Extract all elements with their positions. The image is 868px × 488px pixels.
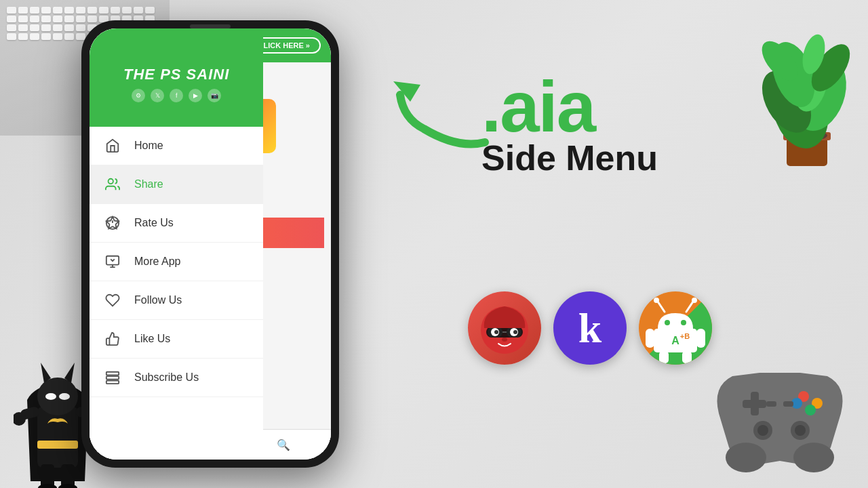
menu-label-follow: Follow Us [134,294,182,306]
plant-decoration [732,0,868,169]
aia-text: .aia [481,71,658,142]
menu-item-home[interactable]: Home [90,127,263,165]
svg-rect-48 [106,381,119,384]
brand-text: THE PS SAINI [123,66,229,83]
menu-item-like-us[interactable]: Like Us [90,320,263,359]
menu-label-rate: Rate Us [134,217,174,229]
phone-mockup: CLICK HERE » Stickers 🧃 🌮 🎭 🎪 SAINI.CO .… [81,20,339,468]
social-icon-settings[interactable]: ⚙ [132,89,145,102]
menu-items-list: Home Share [90,127,263,397]
menu-item-subscribe[interactable]: Subscribe Us [90,359,263,397]
k-letter: k [578,307,601,349]
svg-point-39 [795,425,806,436]
social-icon-instagram[interactable]: 📷 [208,89,221,102]
side-menu: THE PS SAINI ⚙ 𝕏 f ▶ 📷 [90,28,263,460]
logos-row: k A + [468,291,712,365]
menu-header: THE PS SAINI ⚙ 𝕏 f ▶ 📷 [90,28,263,127]
svg-text:+B: +B [680,332,690,340]
menu-item-follow-us[interactable]: Follow Us [90,281,263,320]
svg-point-40 [108,179,113,184]
svg-rect-70 [682,351,692,363]
svg-point-59 [502,338,507,342]
menu-label-share: Share [134,178,163,190]
aia-section: .aia Side Menu [481,71,658,178]
svg-text:A: A [671,335,679,346]
svg-point-38 [757,425,768,436]
svg-rect-29 [751,392,759,415]
follow-icon [103,291,122,310]
svg-point-63 [692,298,697,303]
social-icon-twitter[interactable]: 𝕏 [151,89,164,102]
android-svg: A +B [639,291,712,365]
social-icon-facebook[interactable]: f [170,89,183,102]
svg-point-16 [45,393,56,400]
svg-point-64 [665,320,670,325]
svg-point-27 [793,443,834,472]
svg-rect-11 [37,407,78,468]
phone-screen: CLICK HERE » Stickers 🧃 🌮 🎭 🎪 SAINI.CO .… [90,28,331,460]
like-icon [103,329,122,348]
brand-name: THE PS SAINI [123,66,229,83]
svg-point-26 [726,443,766,472]
mascot-svg [474,298,535,359]
svg-rect-68 [696,329,705,348]
kodular-logo: k [553,291,627,365]
mascot-logo [468,291,541,365]
menu-item-rate-us[interactable]: Rate Us [90,204,263,243]
social-icons-row: ⚙ 𝕏 f ▶ 📷 [132,89,221,102]
svg-point-32 [805,405,816,415]
svg-rect-67 [646,329,654,348]
svg-point-57 [494,330,498,334]
share-icon [103,175,122,194]
menu-item-share[interactable]: Share [90,165,263,204]
gamepad-figure [705,359,854,481]
menu-label-more-app: More App [134,256,180,268]
svg-rect-12 [37,441,78,449]
phone-frame: CLICK HERE » Stickers 🧃 🌮 🎭 🎪 SAINI.CO .… [81,20,339,468]
gamepad-svg [705,359,854,481]
svg-rect-69 [659,351,669,363]
rate-icon [103,214,122,232]
svg-rect-46 [106,372,119,375]
phone-speaker [190,24,231,28]
subscribe-icon [103,368,122,387]
menu-label-home: Home [134,140,163,152]
svg-point-62 [654,298,659,303]
side-menu-text: Side Menu [481,139,658,178]
svg-point-13 [37,378,78,415]
social-icon-youtube[interactable]: ▶ [189,89,202,102]
svg-rect-34 [766,401,776,407]
svg-point-65 [681,320,686,325]
plant-svg [732,0,868,169]
nav-search-icon: 🔍 [277,439,290,451]
svg-point-58 [513,330,517,334]
home-icon [103,136,122,155]
svg-rect-35 [783,401,793,407]
menu-item-more-app[interactable]: More App [90,243,263,281]
menu-label-like: Like Us [134,333,170,345]
svg-point-17 [59,393,70,400]
menu-label-subscribe: Subscribe Us [134,371,199,384]
android-logo: A +B [639,291,712,365]
svg-rect-47 [106,376,119,380]
more-app-icon [103,252,122,271]
